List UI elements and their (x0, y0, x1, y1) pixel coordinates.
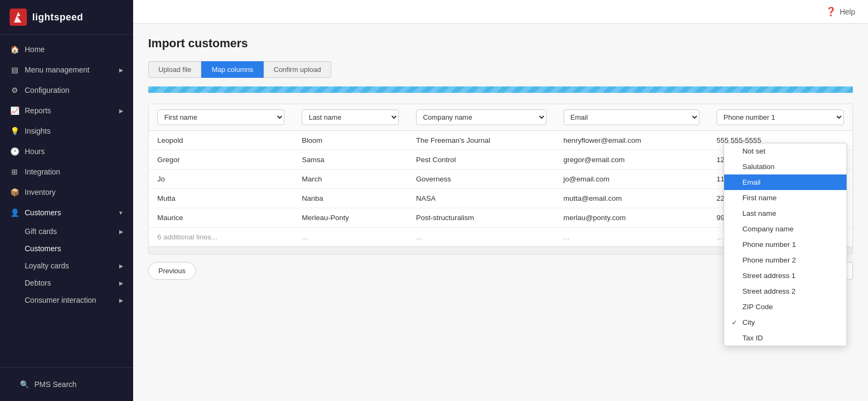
sidebar-item-insights-label: Insights (25, 127, 50, 135)
previous-button[interactable]: Previous (148, 262, 196, 280)
sidebar-item-insights[interactable]: 💡 Insights (0, 121, 133, 141)
col-email-select[interactable]: Email First name Last name Company name (564, 110, 699, 125)
sidebar-item-inventory-label: Inventory (25, 188, 56, 196)
sidebar-bottom: 🔍 PMS Search (0, 367, 133, 401)
dropdown-item-city[interactable]: ✓ City (724, 315, 847, 330)
box-icon: 📦 (10, 187, 19, 197)
sidebar-sub-item-loyalty-cards[interactable]: Loyalty cards ▶ (0, 257, 133, 274)
sidebar-sub-item-consumer-interaction[interactable]: Consumer interaction ▶ (0, 291, 133, 309)
dropdown-item-last-name[interactable]: Last name (724, 206, 847, 221)
sidebar-item-reports-label: Reports (25, 106, 51, 115)
sidebar-item-reports[interactable]: 📈 Reports ▶ (0, 100, 133, 121)
cell-last-name: Nanba (293, 189, 407, 208)
dropdown-label-city: City (742, 318, 755, 326)
cell-email: jo@email.com (555, 170, 708, 189)
step-confirm-upload[interactable]: Confirm upload (264, 61, 331, 78)
sidebar-item-integration-label: Integration (25, 167, 60, 176)
cell-email: mutta@email.com (555, 189, 708, 208)
sidebar-sub-item-customers[interactable]: Customers (0, 240, 133, 257)
help-label: Help (840, 8, 855, 16)
dropdown-item-salutation[interactable]: Salutation (724, 159, 847, 174)
dropdown-item-phone-2[interactable]: Phone number 2 (724, 252, 847, 268)
sidebar-item-pms-search[interactable]: 🔍 PMS Search (10, 374, 123, 395)
logo-text: lightspeed (32, 12, 83, 23)
dropdown-item-phone-1[interactable]: Phone number 1 (724, 237, 847, 252)
home-icon: 🏠 (10, 45, 19, 54)
sidebar: lightspeed 🏠 Home ▤ Menu management ▶ ⚙ … (0, 0, 133, 401)
top-bar: ❓ Help (133, 0, 868, 24)
sidebar-item-menu-management[interactable]: ▤ Menu management ▶ (0, 60, 133, 80)
grid-icon: ⊞ (10, 167, 19, 177)
sidebar-sub-consumer-interaction-label: Consumer interaction (25, 296, 96, 304)
cell-company: Pest Control (407, 150, 555, 170)
sidebar-item-configuration[interactable]: ⚙ Configuration (0, 80, 133, 100)
cell-company: Post-structuralism (407, 208, 555, 228)
ellipsis-1: ... (293, 228, 407, 247)
person-icon: 👤 (10, 208, 19, 217)
cell-first-name: Jo (149, 170, 293, 189)
chart-icon: 📈 (10, 106, 19, 115)
sidebar-item-customers[interactable]: 👤 Customers ▼ (0, 202, 133, 223)
sidebar-sub-customers-label: Customers (25, 244, 61, 253)
sidebar-item-configuration-label: Configuration (25, 86, 69, 94)
cell-last-name: March (293, 170, 407, 189)
chevron-right-icon: ▶ (119, 67, 123, 73)
search-icon: 🔍 (19, 380, 29, 389)
col-phone-number-select[interactable]: Phone number 1 First name Last name (717, 110, 844, 125)
chevron-down-icon-customers: ▼ (118, 210, 123, 216)
dropdown-label-street-2: Street address 2 (742, 287, 796, 295)
cell-email: henryflower@email.com (555, 131, 708, 150)
sidebar-sub-item-gift-cards[interactable]: Gift cards ▶ (0, 223, 133, 240)
dropdown-label-email: Email (742, 178, 761, 186)
sidebar-item-home[interactable]: 🏠 Home (0, 39, 133, 60)
dropdown-item-email[interactable]: Email (724, 174, 847, 190)
sidebar-item-hours-label: Hours (25, 147, 45, 156)
sidebar-sub-loyalty-cards-label: Loyalty cards (25, 261, 69, 270)
col-last-name-select[interactable]: Last name First name Email (302, 110, 399, 125)
dropdown-item-not-set[interactable]: Not set (724, 143, 847, 159)
dropdown-label-phone-2: Phone number 2 (742, 256, 796, 264)
dropdown-item-company-name[interactable]: Company name (724, 221, 847, 237)
sidebar-item-menu-management-label: Menu management (25, 65, 90, 74)
chevron-right-icon-reports: ▶ (119, 108, 123, 114)
col-first-name: First name Last name Email Company name … (149, 104, 293, 131)
step-upload-file[interactable]: Upload file (148, 61, 201, 78)
dropdown-item-street-2[interactable]: Street address 2 (724, 283, 847, 299)
dropdown-label-tax-id: Tax ID (742, 334, 763, 342)
col-company-name-select[interactable]: Company name First name Last name Email (416, 110, 546, 125)
sidebar-sub-item-debtors[interactable]: Debtors ▶ (0, 274, 133, 291)
cell-last-name: Bloom (293, 131, 407, 150)
col-last-name: Last name First name Email (293, 104, 407, 131)
step-map-columns[interactable]: Map columns (201, 61, 263, 78)
ellipsis-2: ... (407, 228, 555, 247)
dropdown-label-phone-1: Phone number 1 (742, 240, 796, 249)
cell-email: gregor@email.com (555, 150, 708, 170)
dropdown-item-tax-id[interactable]: Tax ID (724, 330, 847, 346)
sidebar-item-hours[interactable]: 🕐 Hours (0, 141, 133, 162)
dropdown-item-street-1[interactable]: Street address 1 (724, 268, 847, 283)
column-mapping-dropdown: Not set Salutation Email First name Last… (724, 143, 847, 346)
dropdown-item-first-name[interactable]: First name (724, 190, 847, 206)
help-button[interactable]: ❓ Help (826, 6, 855, 17)
config-icon: ⚙ (10, 85, 19, 95)
lightspeed-logo-icon (10, 9, 27, 26)
chevron-right-icon-consumer: ▶ (119, 297, 123, 303)
cell-first-name: Mutta (149, 189, 293, 208)
sidebar-item-integration[interactable]: ⊞ Integration (0, 162, 133, 182)
wizard-steps: Upload file Map columns Confirm upload (148, 61, 853, 78)
sidebar-item-inventory[interactable]: 📦 Inventory (0, 182, 133, 202)
dropdown-label-not-set: Not set (742, 147, 765, 155)
dropdown-label-zip-code: ZIP Code (742, 303, 773, 311)
col-first-name-select[interactable]: First name Last name Email Company name … (157, 110, 285, 125)
menu-icon: ▤ (10, 65, 19, 75)
progress-bar (148, 86, 853, 93)
page-title: Import customers (148, 37, 853, 50)
sidebar-item-home-label: Home (25, 45, 45, 54)
dropdown-label-first-name: First name (742, 194, 777, 202)
cell-company: Governess (407, 170, 555, 189)
sidebar-sub-gift-cards-label: Gift cards (25, 227, 57, 236)
cell-first-name: Leopold (149, 131, 293, 150)
cell-first-name: Gregor (149, 150, 293, 170)
dropdown-item-zip-code[interactable]: ZIP Code (724, 299, 847, 315)
clock-icon: 🕐 (10, 147, 19, 156)
